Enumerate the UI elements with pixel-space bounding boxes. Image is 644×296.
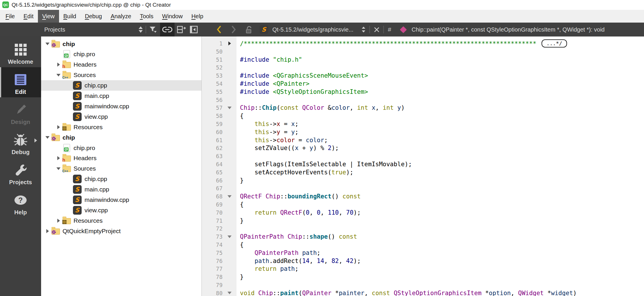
line-number[interactable]: 71 [202, 218, 223, 224]
line-number[interactable]: 70 [202, 209, 223, 216]
code-line-70[interactable]: 70 return QRectF(0, 0, 110, 70); [202, 209, 644, 217]
file-lock-button[interactable] [244, 23, 254, 36]
document-type-icon-button[interactable]: S [259, 23, 269, 36]
fold-marker-open[interactable] [223, 107, 236, 109]
tree-expander-closed[interactable] [55, 61, 62, 68]
line-number[interactable]: 67 [202, 185, 223, 191]
line-number[interactable]: 68 [202, 193, 223, 200]
code-line-58[interactable]: 58{ [202, 112, 644, 120]
line-number[interactable]: 75 [202, 250, 223, 256]
tree-expander-open[interactable] [44, 134, 51, 141]
tree-row-resources[interactable]: Resources [41, 215, 202, 226]
code-line-51[interactable]: 51#include "chip.h" [202, 56, 644, 64]
fold-marker-closed[interactable] [223, 41, 236, 45]
code-editor[interactable]: 1/**************************************… [202, 36, 644, 296]
tree-expander-closed[interactable] [55, 155, 62, 162]
line-number[interactable]: 58 [202, 113, 223, 119]
code-line-68[interactable]: 68QRectF Chip::boundingRect() const [202, 192, 644, 200]
tree-row-headers[interactable]: hHeaders [41, 153, 202, 163]
line-number[interactable]: 77 [202, 266, 223, 272]
code-line-52[interactable]: 52 [202, 63, 644, 72]
code-line-75[interactable]: 75 QPainterPath path; [202, 249, 644, 257]
code-line-62[interactable]: 62 setZValue((x + y) % 2); [202, 144, 644, 152]
document-dropdown-arrows[interactable] [360, 23, 367, 36]
line-number[interactable]: 56 [202, 97, 223, 103]
tree-row-chip-pro[interactable]: Qtchip.pro [41, 49, 202, 59]
menu-item-debug[interactable]: Debug [80, 10, 106, 23]
code-line-55[interactable]: 55#include <QStyleOptionGraphicsItem> [202, 88, 644, 96]
menu-item-window[interactable]: Window [158, 10, 187, 23]
tree-row-chip-pro[interactable]: Qtchip.pro [41, 143, 202, 153]
tree-expander-open[interactable] [55, 165, 62, 172]
tree-expander-closed[interactable] [55, 124, 62, 131]
sidebar-mode-help[interactable]: ?Help [0, 188, 41, 218]
line-number[interactable]: 54 [202, 81, 223, 87]
code-line-77[interactable]: 77 return path; [202, 265, 644, 273]
line-number[interactable]: 64 [202, 161, 223, 167]
split-view-button[interactable] [176, 23, 187, 36]
code-line-50[interactable]: 50 [202, 47, 644, 56]
line-number[interactable]: 50 [202, 48, 223, 55]
line-number[interactable]: 80 [202, 290, 223, 296]
sidebar-mode-welcome[interactable]: Welcome [0, 37, 41, 67]
code-line-78[interactable]: 78} [202, 273, 644, 281]
tree-row-chip-cpp[interactable]: Schip.cpp [41, 80, 202, 91]
tree-expander-open[interactable] [55, 72, 62, 78]
fold-marker-open[interactable] [223, 235, 236, 238]
tree-row-headers[interactable]: hHeaders [41, 59, 202, 70]
line-number[interactable]: 60 [202, 129, 223, 135]
current-symbol-dropdown[interactable]: Chip::paint(QPainter *, const QStyleOpti… [412, 23, 605, 36]
code-line-72[interactable]: 72 [202, 224, 644, 233]
tree-expander-closed[interactable] [44, 228, 51, 235]
tree-row-sources[interactable]: C++Sources [41, 70, 202, 80]
tree-row-mainwindow-cpp[interactable]: Smainwindow.cpp [41, 195, 202, 205]
line-number[interactable]: 53 [202, 72, 223, 79]
line-number[interactable]: 73 [202, 233, 223, 240]
line-number[interactable]: 74 [202, 242, 223, 248]
code-line-67[interactable]: 67 [202, 184, 644, 192]
code-line-69[interactable]: 69{ [202, 200, 644, 209]
sidebar-mode-edit[interactable]: Edit [0, 67, 41, 97]
sidebar-mode-debug[interactable]: Debug [0, 127, 41, 158]
fold-marker-open[interactable] [223, 195, 236, 198]
go-back-button[interactable] [214, 23, 224, 36]
line-number[interactable]: 72 [202, 225, 223, 232]
code-line-59[interactable]: 59 this->x = x; [202, 120, 644, 128]
code-line-56[interactable]: 56 [202, 96, 644, 104]
tree-expander-closed[interactable] [55, 217, 62, 224]
code-line-80[interactable]: 80void Chip::paint(QPainter *painter, co… [202, 289, 644, 296]
tree-expander-open[interactable] [44, 41, 51, 47]
code-line-54[interactable]: 54#include <QPainter> [202, 80, 644, 88]
code-line-57[interactable]: 57Chip::Chip(const QColor &color, int x,… [202, 104, 644, 112]
pane-selector-button[interactable] [137, 23, 145, 36]
sidebar-mode-projects[interactable]: Projects [0, 158, 41, 188]
go-forward-button[interactable] [229, 23, 238, 36]
tree-row-main-cpp[interactable]: Smain.cpp [41, 91, 202, 101]
tree-row-resources[interactable]: Resources [41, 122, 202, 132]
code-line-71[interactable]: 71} [202, 217, 644, 225]
code-line-63[interactable]: 63 [202, 152, 644, 160]
code-line-65[interactable]: 65 setAcceptHoverEvents(true); [202, 168, 644, 176]
hide-sidebar-button[interactable] [189, 23, 199, 36]
tree-row-qtquickemptyproject[interactable]: QtQuickEmptyProject [41, 226, 202, 236]
code-line-61[interactable]: 61 this->color = color; [202, 136, 644, 144]
line-number[interactable]: 52 [202, 64, 223, 71]
tree-row-view-cpp[interactable]: Sview.cpp [41, 112, 202, 122]
menu-item-tools[interactable]: Tools [135, 10, 158, 23]
menu-item-analyze[interactable]: Analyze [106, 10, 135, 23]
close-document-button[interactable] [372, 23, 381, 36]
code-line-74[interactable]: 74{ [202, 241, 644, 249]
line-number[interactable]: 61 [202, 137, 223, 143]
tree-row-sources[interactable]: C++Sources [41, 163, 202, 174]
tree-row-chip-cpp[interactable]: Schip.cpp [41, 174, 202, 184]
code-line-64[interactable]: 64 setFlags(ItemIsSelectable | ItemIsMov… [202, 160, 644, 168]
menu-item-help[interactable]: Help [187, 10, 208, 23]
line-number[interactable]: 78 [202, 274, 223, 280]
line-number-indicator[interactable]: # [388, 23, 391, 36]
line-number[interactable]: 59 [202, 121, 223, 127]
tree-row-view-cpp[interactable]: Sview.cpp [41, 205, 202, 215]
line-number[interactable]: 79 [202, 282, 223, 288]
menu-item-build[interactable]: Build [59, 10, 80, 23]
tree-row-chip[interactable]: chip [41, 132, 202, 143]
menu-item-edit[interactable]: Edit [19, 10, 38, 23]
